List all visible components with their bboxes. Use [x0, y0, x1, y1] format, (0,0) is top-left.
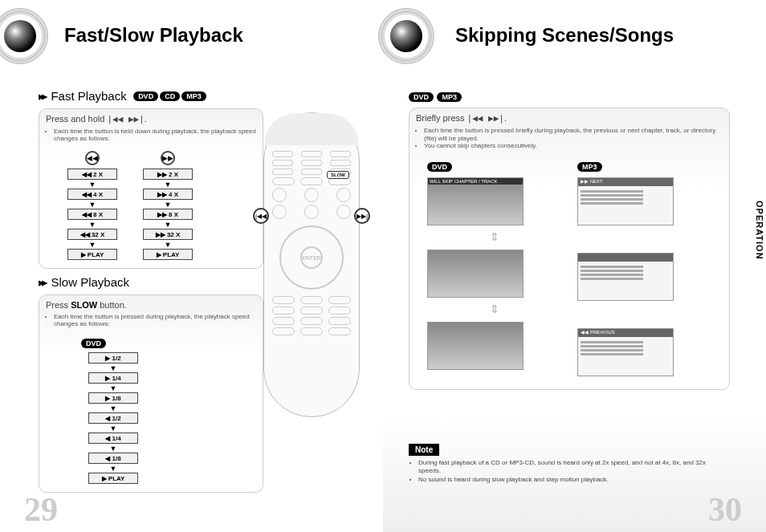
fast-speed-columns: ◀◀ ◀◀ 2 X ▼ ◀◀ 4 X ▼ ◀◀ 8 X ▼ ◀◀ 32 X ▼ … — [60, 151, 256, 262]
badge-dvd: DVD — [133, 91, 158, 101]
rev-play: ▶ PLAY — [67, 249, 117, 260]
slow-bullets: Each time the button is pressed during p… — [46, 313, 256, 328]
mp3-screenshot-next: ▶▶ NEXT — [577, 177, 674, 225]
fwd-32x: ▶▶ 32 X — [143, 229, 193, 240]
badge-mp3: MP3 — [181, 91, 206, 101]
badge-mp3: MP3 — [437, 92, 462, 102]
rev-32x: ◀◀ 32 X — [67, 229, 117, 240]
swirl-sphere — [4, 20, 36, 52]
note-item-2: No sound is heard during slow playback a… — [418, 476, 730, 484]
skip-icons: |◀◀ ▶▶| — [107, 114, 144, 124]
fast-rev-col: ◀◀ ◀◀ 2 X ▼ ◀◀ 4 X ▼ ◀◀ 8 X ▼ ◀◀ 32 X ▼ … — [60, 151, 124, 262]
down-arrow-icon: ▼ — [89, 221, 96, 229]
note-label: Note — [409, 444, 439, 456]
col-badge-mp3: MP3 — [577, 162, 602, 172]
down-arrow-icon: ▼ — [165, 242, 172, 249]
title-skipping: Skipping Scenes/Songs — [455, 24, 674, 47]
slow-1-4r: ◀ 1/4 — [88, 433, 138, 444]
remote-skip-prev-icon: |◀◀ — [253, 208, 269, 224]
note-box: Note During fast playback of a CD or MP3… — [409, 441, 730, 484]
down-arrow-icon: ▼ — [89, 201, 96, 209]
slow-instruction-title: Press SLOW button. — [46, 300, 256, 310]
skip-badges: DVD MP3 — [409, 88, 730, 103]
slow-1-8f: ▶ 1/8 — [88, 392, 138, 404]
section-marker-icon — [39, 89, 47, 104]
mp3-prev-label: ◀◀ PREVIOUS — [578, 329, 673, 337]
slow-speed-col: ▶ 1/2 ▼ ▶ 1/4 ▼ ▶ 1/8 ▼ ◀ 1/2 ▼ ◀ 1/4 ▼ … — [81, 352, 145, 485]
fwd-4x: ▶▶ 4 X — [143, 189, 193, 200]
slow-play: ▶ PLAY — [88, 473, 138, 484]
rev-2x: ◀◀ 2 X — [67, 169, 117, 180]
slow-instr-bold: SLOW — [71, 300, 97, 310]
down-arrow-icon: ▼ — [110, 465, 117, 473]
slow-instr-prefix: Press — [46, 300, 71, 310]
page-right: Skipping Scenes/Songs OPERATION DVD MP3 … — [383, 0, 766, 532]
decor-swirl-left — [0, 8, 48, 64]
page-left: Fast/Slow Playback Fast Playback DVD CD … — [0, 0, 383, 532]
down-arrow-icon: ▼ — [165, 221, 172, 229]
dvd-screenshot-1: WILL SKIP CHAPTER / TRACK — [427, 177, 524, 225]
dvd-screenshot-3 — [427, 322, 524, 370]
heading-slow: Slow Playback — [51, 275, 129, 289]
slow-1-2r: ◀ 1/2 — [88, 412, 138, 424]
fast-instruction-title: Press and hold |◀◀ ▶▶|. — [46, 114, 256, 124]
slow-badge-dvd: DVD — [81, 339, 106, 348]
remote-enter-button: ENTER — [300, 246, 323, 269]
rev-button-icon: ◀◀ — [85, 151, 100, 165]
mp3-header — [578, 254, 673, 262]
page-number-left: 29 — [24, 490, 58, 529]
down-arrow-icon: ▼ — [110, 445, 117, 453]
fast-fwd-col: ▶▶ ▶▶ 2 X ▼ ▶▶ 4 X ▼ ▶▶ 8 X ▼ ▶▶ 32 X ▼ … — [136, 151, 200, 262]
rev-8x: ◀◀ 8 X — [67, 209, 117, 220]
skip-instruction-title: Briefly press |◀◀ ▶▶|. — [416, 113, 723, 124]
rev-4x: ◀◀ 4 X — [67, 189, 117, 200]
mp3-screenshot-middle — [577, 253, 674, 301]
down-arrow-icon: ▼ — [110, 385, 117, 392]
fwd-play: ▶ PLAY — [143, 249, 193, 260]
remote-slow-button: SLOW — [327, 171, 349, 179]
slow-1-2f: ▶ 1/2 — [88, 352, 138, 363]
slow-1-4f: ▶ 1/4 — [88, 372, 138, 384]
col-badge-dvd: DVD — [427, 162, 452, 172]
section-slow-playback: Slow Playback Press SLOW button. Each ti… — [39, 274, 263, 493]
fwd-8x: ▶▶ 8 X — [143, 209, 193, 220]
skip-bullets: Each time the button is pressed briefly … — [416, 127, 723, 150]
slow-1-8r: ◀ 1/8 — [88, 453, 138, 464]
swirl-sphere — [390, 20, 422, 52]
fwd-2x: ▶▶ 2 X — [143, 169, 193, 180]
fast-instr-prefix: Press and hold — [46, 114, 107, 124]
dvd-screenshot-2 — [427, 250, 524, 298]
section-skipping: DVD MP3 Briefly press |◀◀ ▶▶|. Each time… — [409, 88, 730, 390]
slow-instruction-box: Press SLOW button. Each time the button … — [39, 294, 263, 493]
note-list: During fast playback of a CD or MP3-CD, … — [409, 459, 730, 484]
slow-speed-col-wrap: DVD ▶ 1/2 ▼ ▶ 1/4 ▼ ▶ 1/8 ▼ ◀ 1/2 ▼ ◀ 1/… — [81, 335, 256, 485]
fast-bullet-1: Each time the button is held down during… — [54, 128, 256, 143]
side-tab-operation: OPERATION — [755, 201, 764, 260]
down-arrow-icon: ▼ — [89, 181, 96, 189]
dvd-caption: WILL SKIP CHAPTER / TRACK — [428, 178, 523, 185]
remote-top — [264, 113, 359, 145]
skip-down-icon: ⇕ — [427, 303, 561, 315]
title-fast-slow: Fast/Slow Playback — [64, 24, 243, 47]
brief-prefix: Briefly press — [416, 113, 467, 123]
skip-examples: DVD WILL SKIP CHAPTER / TRACK ⇕ ⇕ MP3 ▶▶… — [416, 158, 723, 381]
mp3-next-label: ▶▶ NEXT — [578, 178, 673, 186]
skip-bullet-2: You cannot skip chapters consecutively. — [424, 142, 723, 150]
skip-instruction-box: Briefly press |◀◀ ▶▶|. Each time the but… — [409, 108, 730, 390]
note-item-1: During fast playback of a CD or MP3-CD, … — [418, 459, 730, 476]
fast-badges: DVD CD MP3 — [133, 91, 206, 101]
down-arrow-icon: ▼ — [89, 242, 96, 249]
badge-dvd: DVD — [409, 92, 434, 102]
down-arrow-icon: ▼ — [165, 181, 172, 189]
fwd-button-icon: ▶▶ — [161, 151, 175, 165]
section-fast-playback: Fast Playback DVD CD MP3 Press and hold … — [39, 88, 263, 269]
down-arrow-icon: ▼ — [165, 201, 172, 209]
skip-bullet-1: Each time the button is pressed briefly … — [424, 127, 723, 142]
skip-icons: |◀◀ ▶▶| — [467, 113, 504, 124]
mp3-screenshot-prev: ◀◀ PREVIOUS — [577, 328, 674, 376]
decor-swirl-right — [378, 8, 434, 64]
slow-bullet-1: Each time the button is pressed during p… — [54, 313, 256, 328]
badge-cd: CD — [160, 91, 180, 101]
heading-fast: Fast Playback — [51, 89, 126, 103]
page-number-right: 30 — [708, 490, 742, 529]
